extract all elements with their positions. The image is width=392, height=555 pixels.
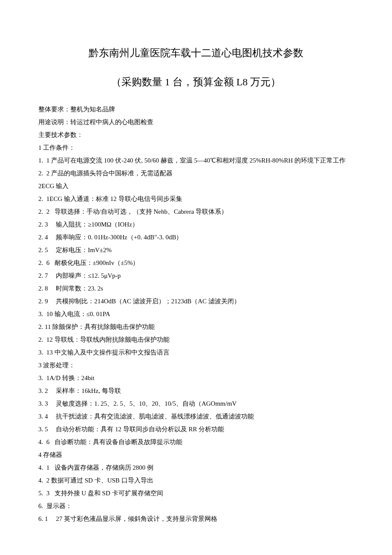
document-subtitle: （采购数量 1 台，预算金额 L8 万元） (38, 72, 354, 92)
spec-line: 3. 2 采样率：16kHz, 每导联 (38, 384, 354, 397)
spec-line: 用途说明：转运过程中病人的心电图检查 (38, 116, 354, 128)
spec-line: 2. 2 产品的电源插头符合中国标准，无需适配器 (38, 167, 354, 180)
spec-line: 2ECG 输入 (38, 180, 354, 192)
spec-line: 1. 1 产品可在电源交流 100 伏-240 伏, 50/60 赫兹，室温 5… (38, 154, 354, 167)
spec-line: 2. 1ECG 输入通道：标准 12 导联心电信号同步采集 (38, 192, 354, 205)
spec-line: 6. 1 27 英寸彩色液晶显示屏，倾斜角设计，支持显示背景网格 (38, 512, 354, 525)
spec-line: 4 存储器 (38, 448, 354, 461)
spec-line: 3. 4 抗干扰滤波：具有交流滤波、肌电滤波、基线漂移滤波、低通滤波功能 (38, 410, 354, 423)
spec-line: 2. 6 耐极化电压：±900nIv（±5%） (38, 256, 354, 269)
spec-line: 主要技术参数： (38, 128, 354, 141)
spec-line: 5. 3 支持外接 U 盘和 SD 卡可扩展存储空间 (38, 487, 354, 500)
spec-line: 3. 3 灵敏度选择：1. 25、2. 5、5、10、20、10/5、自动（AG… (38, 397, 354, 410)
spec-line: 4. 6 自诊断功能：具有设备自诊断及故障提示功能 (38, 436, 354, 448)
document-body: 整体要求：整机为知名品牌用途说明：转运过程中病人的心电图检查主要技术参数：1 工… (38, 103, 354, 525)
spec-line: 1 工作条件： (38, 141, 354, 154)
spec-line: 2. 12 导联线：导联线内附抗除颤电击保护功能 (38, 333, 354, 346)
spec-line: 4. 1 设备内置存储器，存储病历 2800 例 (38, 461, 354, 474)
spec-line: 4. 2 数据可通过 SD 卡、USB 口导入导出 (38, 474, 354, 487)
spec-line: 6. 显示器： (38, 500, 354, 512)
spec-line: 3. 5 自动分析功能：具有 12 导联同步自动分析以及 RR 分析功能 (38, 423, 354, 436)
spec-line: 3. 13 中文输入及中文操作提示和中文报告语言 (38, 346, 354, 359)
spec-line: 2. 2 导联选择：手动/自动可选，（支持 Nehb、Cabrera 导联体系） (38, 205, 354, 218)
spec-line: 2. 3 输入阻抗：≥100MΩ（IOHz） (38, 218, 354, 231)
spec-line: 2. 7 内部噪声：≤12. 5μVp-p (38, 269, 354, 282)
spec-line: 3 波形处理： (38, 359, 354, 372)
spec-line: 2. 4 频率响应：0. 01Hz-300Hz（+0. 4dB″-3. 0dB） (38, 231, 354, 244)
spec-line: 2. 5 定标电压：ImV±2% (38, 244, 354, 256)
spec-line: 2. 11 除颤保护：具有抗除颤电击保护功能 (38, 320, 354, 333)
spec-line: 3. 10 输入电流：≤0. 01PA (38, 308, 354, 320)
spec-line: 2. 8 时间常数：23. 2s (38, 282, 354, 295)
document-title: 黔东南州儿童医院车载十二道心电图机技术参数 (38, 43, 354, 63)
spec-line: 整体要求：整机为知名品牌 (38, 103, 354, 116)
spec-line: 3. 1A/D 转换：24bit (38, 372, 354, 384)
spec-line: 2. 9 共模抑制比：214OdB（AC 滤波开启）；2123dB（AC 滤波关… (38, 295, 354, 308)
